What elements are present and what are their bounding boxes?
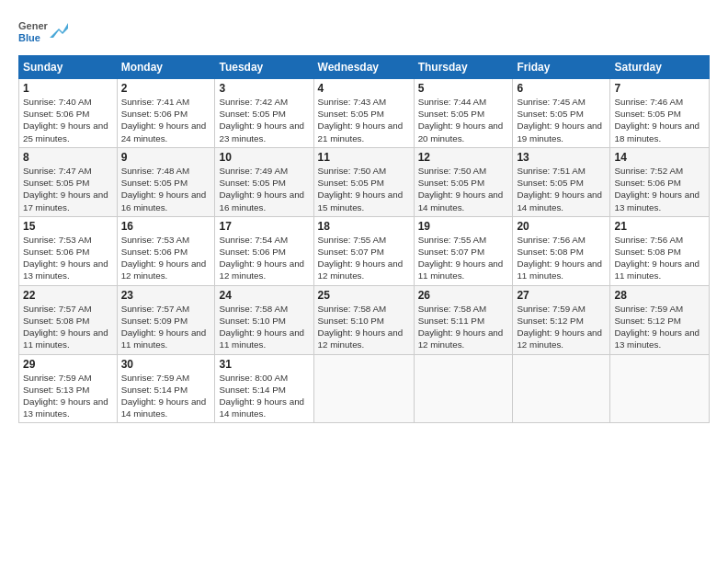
calendar-cell: 3Sunrise: 7:42 AM Sunset: 5:05 PM Daylig… — [215, 79, 313, 148]
calendar-cell: 27Sunrise: 7:59 AM Sunset: 5:12 PM Dayli… — [513, 285, 610, 354]
day-number: 30 — [121, 358, 211, 371]
day-number: 20 — [517, 220, 606, 233]
day-number: 15 — [23, 220, 113, 233]
logo-svg: General Blue — [18, 17, 48, 46]
calendar-cell: 10Sunrise: 7:49 AM Sunset: 5:05 PM Dayli… — [215, 147, 313, 216]
day-info: Sunrise: 7:43 AM Sunset: 5:05 PM Dayligh… — [318, 96, 410, 144]
calendar-weekday-saturday: Saturday — [610, 56, 710, 79]
day-number: 4 — [318, 82, 410, 95]
calendar-weekday-thursday: Thursday — [414, 56, 513, 79]
day-info: Sunrise: 7:56 AM Sunset: 5:08 PM Dayligh… — [517, 234, 606, 282]
day-info: Sunrise: 7:52 AM Sunset: 5:06 PM Dayligh… — [614, 165, 705, 213]
calendar-cell: 23Sunrise: 7:57 AM Sunset: 5:09 PM Dayli… — [117, 285, 215, 354]
calendar-cell: 16Sunrise: 7:53 AM Sunset: 5:06 PM Dayli… — [117, 216, 215, 285]
day-number: 27 — [517, 289, 606, 302]
calendar-cell: 5Sunrise: 7:44 AM Sunset: 5:05 PM Daylig… — [414, 79, 513, 148]
calendar-cell: 24Sunrise: 7:58 AM Sunset: 5:10 PM Dayli… — [215, 285, 313, 354]
calendar-week-row: 1Sunrise: 7:40 AM Sunset: 5:06 PM Daylig… — [19, 79, 710, 148]
calendar-weekday-tuesday: Tuesday — [215, 56, 313, 79]
calendar-cell: 13Sunrise: 7:51 AM Sunset: 5:05 PM Dayli… — [513, 147, 610, 216]
calendar-cell: 25Sunrise: 7:58 AM Sunset: 5:10 PM Dayli… — [313, 285, 414, 354]
page: General Blue SundayMondayTuesdayWednesda… — [0, 0, 728, 563]
calendar-cell: 29Sunrise: 7:59 AM Sunset: 5:13 PM Dayli… — [19, 354, 118, 423]
calendar-cell: 9Sunrise: 7:48 AM Sunset: 5:05 PM Daylig… — [117, 147, 215, 216]
day-info: Sunrise: 7:49 AM Sunset: 5:05 PM Dayligh… — [219, 165, 309, 213]
day-info: Sunrise: 7:53 AM Sunset: 5:06 PM Dayligh… — [23, 234, 113, 282]
day-number: 1 — [23, 82, 113, 95]
calendar-weekday-monday: Monday — [117, 56, 215, 79]
calendar-cell: 8Sunrise: 7:47 AM Sunset: 5:05 PM Daylig… — [19, 147, 118, 216]
day-number: 5 — [418, 82, 509, 95]
calendar-weekday-wednesday: Wednesday — [313, 56, 414, 79]
day-number: 11 — [318, 151, 410, 164]
day-info: Sunrise: 7:40 AM Sunset: 5:06 PM Dayligh… — [23, 96, 113, 144]
calendar-week-row: 29Sunrise: 7:59 AM Sunset: 5:13 PM Dayli… — [19, 354, 710, 423]
calendar-week-row: 15Sunrise: 7:53 AM Sunset: 5:06 PM Dayli… — [19, 216, 710, 285]
calendar-week-row: 22Sunrise: 7:57 AM Sunset: 5:08 PM Dayli… — [19, 285, 710, 354]
svg-text:Blue: Blue — [18, 32, 40, 43]
day-info: Sunrise: 7:57 AM Sunset: 5:09 PM Dayligh… — [121, 303, 211, 351]
logo-container: General Blue — [18, 17, 68, 46]
day-info: Sunrise: 7:54 AM Sunset: 5:06 PM Dayligh… — [219, 234, 309, 282]
calendar-cell: 6Sunrise: 7:45 AM Sunset: 5:05 PM Daylig… — [513, 79, 610, 148]
calendar-cell — [610, 354, 710, 423]
day-info: Sunrise: 7:41 AM Sunset: 5:06 PM Dayligh… — [121, 96, 211, 144]
day-number: 3 — [219, 82, 309, 95]
calendar-cell: 11Sunrise: 7:50 AM Sunset: 5:05 PM Dayli… — [313, 147, 414, 216]
logo-bird-icon — [48, 21, 68, 41]
calendar-weekday-friday: Friday — [513, 56, 610, 79]
calendar-cell: 7Sunrise: 7:46 AM Sunset: 5:05 PM Daylig… — [610, 79, 710, 148]
calendar-cell: 1Sunrise: 7:40 AM Sunset: 5:06 PM Daylig… — [19, 79, 118, 148]
calendar-weekday-sunday: Sunday — [19, 56, 118, 79]
day-number: 9 — [121, 151, 211, 164]
svg-text:General: General — [18, 20, 48, 31]
day-info: Sunrise: 7:58 AM Sunset: 5:10 PM Dayligh… — [318, 303, 410, 351]
day-number: 7 — [614, 82, 705, 95]
calendar-cell: 17Sunrise: 7:54 AM Sunset: 5:06 PM Dayli… — [215, 216, 313, 285]
calendar-header-row: SundayMondayTuesdayWednesdayThursdayFrid… — [19, 56, 710, 79]
calendar-week-row: 8Sunrise: 7:47 AM Sunset: 5:05 PM Daylig… — [19, 147, 710, 216]
calendar-table: SundayMondayTuesdayWednesdayThursdayFrid… — [18, 55, 710, 423]
logo: General Blue — [18, 17, 68, 46]
calendar-cell: 12Sunrise: 7:50 AM Sunset: 5:05 PM Dayli… — [414, 147, 513, 216]
day-number: 29 — [23, 358, 113, 371]
day-number: 17 — [219, 220, 309, 233]
day-number: 2 — [121, 82, 211, 95]
day-info: Sunrise: 7:57 AM Sunset: 5:08 PM Dayligh… — [23, 303, 113, 351]
day-info: Sunrise: 7:50 AM Sunset: 5:05 PM Dayligh… — [418, 165, 509, 213]
day-info: Sunrise: 7:58 AM Sunset: 5:10 PM Dayligh… — [219, 303, 309, 351]
day-number: 19 — [418, 220, 509, 233]
day-info: Sunrise: 7:59 AM Sunset: 5:12 PM Dayligh… — [614, 303, 705, 351]
day-number: 31 — [219, 358, 309, 371]
day-info: Sunrise: 7:59 AM Sunset: 5:13 PM Dayligh… — [23, 372, 113, 420]
day-info: Sunrise: 7:59 AM Sunset: 5:14 PM Dayligh… — [121, 372, 211, 420]
calendar-cell: 18Sunrise: 7:55 AM Sunset: 5:07 PM Dayli… — [313, 216, 414, 285]
day-info: Sunrise: 7:55 AM Sunset: 5:07 PM Dayligh… — [418, 234, 509, 282]
svg-marker-2 — [50, 23, 68, 38]
calendar-cell: 21Sunrise: 7:56 AM Sunset: 5:08 PM Dayli… — [610, 216, 710, 285]
calendar-cell: 2Sunrise: 7:41 AM Sunset: 5:06 PM Daylig… — [117, 79, 215, 148]
day-info: Sunrise: 7:59 AM Sunset: 5:12 PM Dayligh… — [517, 303, 606, 351]
calendar-cell — [414, 354, 513, 423]
day-info: Sunrise: 7:53 AM Sunset: 5:06 PM Dayligh… — [121, 234, 211, 282]
calendar-cell: 14Sunrise: 7:52 AM Sunset: 5:06 PM Dayli… — [610, 147, 710, 216]
day-number: 8 — [23, 151, 113, 164]
day-number: 16 — [121, 220, 211, 233]
calendar-cell: 15Sunrise: 7:53 AM Sunset: 5:06 PM Dayli… — [19, 216, 118, 285]
calendar-cell — [313, 354, 414, 423]
calendar-cell: 19Sunrise: 7:55 AM Sunset: 5:07 PM Dayli… — [414, 216, 513, 285]
calendar-cell — [513, 354, 610, 423]
day-number: 21 — [614, 220, 705, 233]
calendar-cell: 31Sunrise: 8:00 AM Sunset: 5:14 PM Dayli… — [215, 354, 313, 423]
day-info: Sunrise: 7:46 AM Sunset: 5:05 PM Dayligh… — [614, 96, 705, 144]
day-info: Sunrise: 7:51 AM Sunset: 5:05 PM Dayligh… — [517, 165, 606, 213]
day-number: 25 — [318, 289, 410, 302]
day-number: 24 — [219, 289, 309, 302]
header: General Blue — [18, 17, 710, 46]
day-info: Sunrise: 7:55 AM Sunset: 5:07 PM Dayligh… — [318, 234, 410, 282]
calendar-cell: 28Sunrise: 7:59 AM Sunset: 5:12 PM Dayli… — [610, 285, 710, 354]
calendar-cell: 20Sunrise: 7:56 AM Sunset: 5:08 PM Dayli… — [513, 216, 610, 285]
day-number: 26 — [418, 289, 509, 302]
day-number: 23 — [121, 289, 211, 302]
day-number: 18 — [318, 220, 410, 233]
